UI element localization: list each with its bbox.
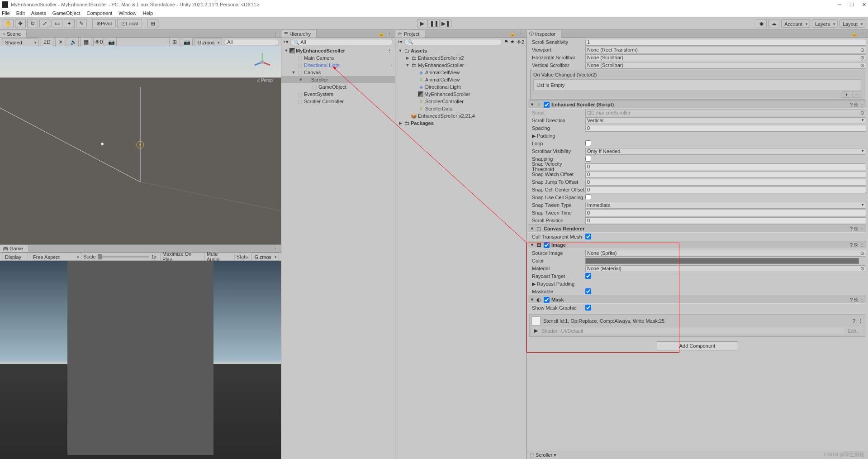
layout-dropdown[interactable]: Layout [840,19,865,28]
menu-edit[interactable]: Edit [16,10,25,16]
hidden-icon[interactable]: 👁2 [517,39,524,45]
raycastpad-label[interactable]: ▶ Raycast Padding [528,281,585,287]
fx-toggle[interactable]: ▦ [81,38,91,47]
audio-toggle[interactable]: 🔊 [68,38,79,47]
snaptween-dropdown[interactable]: Immediate [585,202,866,209]
snapcell-field[interactable] [585,186,866,193]
menu-icon[interactable]: ⋮ [858,318,863,324]
menu-window[interactable]: Window [119,10,136,16]
hierarchy-lock-icon[interactable]: 🔒 [378,31,384,37]
maximize-on-play[interactable]: Maximize On Play [160,251,203,262]
maximize-button[interactable]: ☐ [849,2,854,8]
canvas-row[interactable]: ▼⬚Canvas [281,69,395,76]
layers-dropdown[interactable]: Layers [812,19,838,28]
scale-tool-button[interactable]: ⤢ [39,19,50,28]
vscrollbar-field[interactable]: None (Scrollbar) [585,62,866,69]
minimize-button[interactable]: ─ [838,2,841,8]
menu-help[interactable]: Help [142,10,153,16]
local-toggle[interactable]: ⊡Local [117,19,142,28]
gizmos-dropdown[interactable]: Gizmos [194,38,222,46]
inspector-tab[interactable]: ⓘInspector [526,30,561,38]
shading-dropdown[interactable]: Shaded [2,38,39,46]
menu-gameobject[interactable]: GameObject [52,10,81,16]
snapjump-field[interactable] [585,179,866,186]
menu-icon[interactable]: ⋮ [859,242,864,248]
scroller-controller-row[interactable]: ⬚Scroller Controller [281,98,395,105]
lighting-toggle[interactable]: ☀ [55,38,66,47]
enhanced-scroller-enable[interactable] [544,102,550,108]
image-enable[interactable] [544,242,550,248]
tools-toggle[interactable]: 📷 [182,38,193,47]
preset-icon[interactable]: ⎘ [854,242,858,248]
hierarchy-tab[interactable]: ☰Hierarchy [281,30,317,38]
play-button[interactable]: ▶ [417,19,428,28]
snapwatch-field[interactable] [585,171,866,178]
padding-label[interactable]: ▶ Padding [528,133,585,139]
help-icon[interactable]: ? [853,318,855,324]
scrolldir-dropdown[interactable]: Vertical [585,117,866,124]
panel-menu-icon[interactable]: ⋮ [273,246,278,252]
scroller-row[interactable]: ▼⬚Scroller [281,76,395,83]
package-row[interactable]: 📦EnhancedScroller v2.21.4 [395,112,526,120]
snap-button[interactable]: ⊞ [147,19,158,28]
display-dropdown[interactable]: Display 1 [2,253,28,261]
scroll-sensitivity-field[interactable] [585,39,866,46]
maskable-checkbox[interactable] [585,288,591,294]
prefab-row[interactable]: ◈Directional Light [395,83,526,91]
preset-icon[interactable]: ⎘ [854,297,858,303]
menu-icon[interactable]: ⋮ [859,297,864,303]
expand-icon[interactable]: ▶ [534,328,538,334]
hscrollbar-field[interactable]: None (Scrollbar) [585,54,866,61]
mask-enable[interactable] [544,297,550,303]
camera-toggle[interactable]: 📷 [106,38,117,47]
grid-toggle[interactable]: ⊞ [169,38,180,47]
mask-header[interactable]: ▼◐Mask?⎘⋮ [528,296,866,304]
orientation-gizmo[interactable]: x y z [251,51,274,73]
scene-asset-row[interactable]: MyEnhancedScroller [395,91,526,98]
stats[interactable]: Stats [234,254,250,259]
enhanced-scroller-header[interactable]: ▼#Enhanced Scroller (Script)?⎘⋮ [528,100,866,109]
shader-dropdown[interactable]: UI/Default [561,328,844,334]
spacing-field[interactable] [585,125,866,132]
prefab-row[interactable]: ◈AnimalCellView [395,69,526,76]
loop-checkbox[interactable] [585,140,591,146]
collab-button[interactable]: ◆ [756,19,767,28]
menu-file[interactable]: File [2,10,10,16]
event-add-button[interactable]: + [842,91,851,98]
script-row[interactable]: #AnimalCellView [395,76,526,83]
rect-tool-button[interactable]: ▭ [52,19,62,28]
aspect-dropdown[interactable]: Free Aspect [30,253,81,261]
pause-button[interactable]: ❚❚ [429,19,440,28]
scrollpos-field[interactable] [585,217,866,224]
snapping-checkbox[interactable] [585,156,591,162]
event-remove-button[interactable]: − [852,91,861,98]
project-search[interactable]: 🔍 [404,39,502,45]
scene-view[interactable]: x y z ≤ Persp [0,46,281,244]
close-button[interactable]: ✕ [862,2,866,8]
scrollbarvis-dropdown[interactable]: Only If Needed [585,148,866,155]
viewport-field[interactable]: None (Rect Transform) [585,47,866,53]
script-row[interactable]: #ScrollerController [395,98,526,105]
add-component-button[interactable]: Add Component [657,341,738,350]
scale-slider[interactable] [98,256,150,258]
panel-menu-icon[interactable]: ⋮ [860,31,865,37]
assets-row[interactable]: ▼🗀Assets [395,47,526,54]
help-icon[interactable]: ? [850,297,853,303]
menu-assets[interactable]: Assets [31,10,46,16]
breadcrumb-item[interactable]: ⬚ Scroller ▾ [530,452,556,458]
eventsystem-row[interactable]: ⬚EventSystem [281,91,395,98]
help-icon[interactable]: ? [850,242,853,248]
rotate-tool-button[interactable]: ↻ [27,19,38,28]
directional-light-row[interactable]: ⬚Directional Light› [281,62,395,69]
hand-tool-button[interactable]: ✋ [3,19,14,28]
scene-menu-icon[interactable]: ⋮ [387,48,395,54]
help-icon[interactable]: ? [850,226,853,232]
filter-icon[interactable]: ⚑ [504,39,508,45]
game-view[interactable] [0,261,281,459]
snaptweentime-field[interactable] [585,210,866,216]
project-tab[interactable]: 🗀Project [395,30,425,38]
scene-tab[interactable]: ⟐Scene [0,30,27,38]
main-camera-row[interactable]: ⬚Main Camera [281,54,395,62]
step-button[interactable]: ▶❚ [441,19,451,28]
packages-row[interactable]: ▶🗀Packages [395,120,526,127]
